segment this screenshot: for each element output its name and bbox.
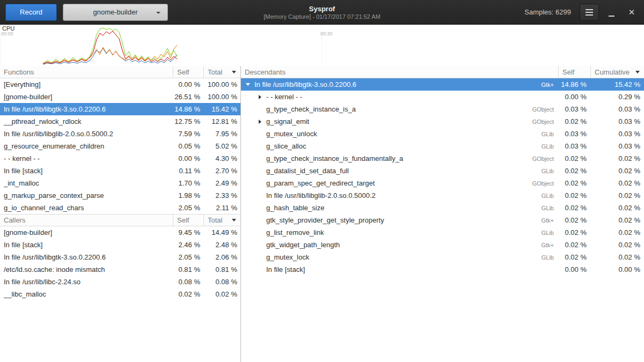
descendant-row[interactable]: In file [stack]0.00 %0.00 % <box>241 263 644 276</box>
self-percent-cell: 0.03 % <box>558 105 590 113</box>
self-percent-cell: 7.59 % <box>173 130 203 138</box>
function-name: g_param_spec_get_redirect_target <box>266 179 375 187</box>
self-percent-cell: 0.08 % <box>173 278 203 286</box>
function-row[interactable]: _int_malloc1.70 %2.49 % <box>0 177 240 189</box>
expander-slot <box>255 216 264 225</box>
self-percent-cell: 0.11 % <box>173 167 203 175</box>
function-row[interactable]: In file [stack]0.11 %2.70 % <box>0 165 240 177</box>
descendant-row[interactable]: g_datalist_id_set_data_fullGLib0.02 %0.0… <box>241 165 644 177</box>
library-badge: GLib <box>518 131 558 137</box>
descendant-row[interactable]: g_type_check_instance_is_fundamentally_a… <box>241 152 644 165</box>
process-selector-dropdown[interactable]: gnome-builder <box>63 4 168 21</box>
function-row[interactable]: g_resource_enumerate_children0.05 %5.02 … <box>0 140 240 152</box>
total-percent-cell: 0.08 % <box>203 278 240 286</box>
right-pane: Descendants Self Cumulative In file /usr… <box>241 66 644 362</box>
caller-row[interactable]: [gnome-builder]9.45 %14.49 % <box>0 226 240 239</box>
function-name-cell: In file /usr/lib/libgtk-3.so.0.2200.6 <box>0 105 173 113</box>
descendant-row[interactable]: gtk_style_provider_get_style_propertyGtk… <box>241 214 644 226</box>
column-header-functions[interactable]: Functions <box>0 66 173 78</box>
function-row[interactable]: [gnome-builder]26.51 %100.00 % <box>0 91 240 103</box>
caller-row[interactable]: In file /usr/lib/libc-2.24.so0.08 %0.08 … <box>0 276 240 288</box>
record-button[interactable]: Record <box>5 4 57 21</box>
column-header-callers[interactable]: Callers <box>0 215 173 226</box>
function-name: g_datalist_id_set_data_full <box>266 167 349 175</box>
caller-row[interactable]: __libc_malloc0.02 %0.02 % <box>0 288 240 300</box>
function-name: In file /usr/lib/libgtk-3.so.0.2200.6 <box>254 80 356 88</box>
expander-slot <box>255 241 264 249</box>
function-row[interactable]: g_markup_parse_context_parse1.98 %2.33 % <box>0 189 240 202</box>
self-percent-cell: 0.81 % <box>173 265 203 274</box>
caller-row[interactable]: /etc/ld.so.cache: inode mismatch0.81 %0.… <box>0 263 240 276</box>
cpu-usage-graph[interactable]: CPU 00:00 00:30 <box>0 25 644 66</box>
descendant-row[interactable]: g_list_remove_linkGLib0.02 %0.02 % <box>241 226 644 239</box>
descendant-row[interactable]: In file /usr/lib/libglib-2.0.so.0.5000.2… <box>241 189 644 202</box>
expander-slot <box>255 142 264 151</box>
function-name-cell: g_markup_parse_context_parse <box>0 191 173 200</box>
column-header-descendants[interactable]: Descendants <box>241 66 558 78</box>
self-percent-cell: 9.45 % <box>173 228 203 237</box>
descendant-row[interactable]: g_param_spec_get_redirect_targetGObject0… <box>241 177 644 189</box>
close-button[interactable]: ✕ <box>624 4 640 21</box>
minimize-button[interactable] <box>603 4 619 21</box>
expander-closed-icon[interactable] <box>255 117 264 126</box>
column-header-total[interactable]: Total <box>203 66 240 78</box>
total-percent-cell: 0.02 % <box>203 290 240 298</box>
self-percent-cell: 0.02 % <box>173 290 203 298</box>
self-percent-cell: 0.00 % <box>173 80 203 88</box>
self-percent-cell: 0.02 % <box>558 228 590 237</box>
self-percent-cell: 2.05 % <box>173 253 203 261</box>
library-badge: GLib <box>518 205 558 211</box>
library-badge: GLib <box>518 254 558 261</box>
descendant-row[interactable]: g_mutex_lockGLib0.02 %0.02 % <box>241 251 644 263</box>
expander-open-icon[interactable] <box>244 80 252 89</box>
column-header-cumulative[interactable]: Cumulative <box>590 66 644 78</box>
samples-count: Samples: 6299 <box>524 8 571 16</box>
cumulative-percent-cell: 0.03 % <box>590 117 644 125</box>
function-name-cell: __libc_malloc <box>0 290 173 298</box>
descendant-row[interactable]: g_signal_emitGObject0.02 %0.03 % <box>241 115 644 128</box>
function-name-cell: In file [stack] <box>0 241 173 249</box>
descendant-name-cell: In file /usr/lib/libglib-2.0.so.0.5000.2 <box>241 191 518 200</box>
function-name-cell: [gnome-builder] <box>0 228 173 237</box>
function-name: g_signal_emit <box>266 117 309 125</box>
function-row[interactable]: - - kernel - -0.00 %4.30 % <box>0 152 240 165</box>
caller-row[interactable]: In file /usr/lib/libgtk-3.so.0.2200.62.0… <box>0 251 240 263</box>
library-badge: GObject <box>518 156 558 162</box>
caller-row[interactable]: In file [stack]2.46 %2.48 % <box>0 239 240 251</box>
menu-button[interactable] <box>580 4 599 21</box>
self-percent-cell: 0.00 % <box>558 265 590 274</box>
cumulative-percent-cell: 15.42 % <box>590 80 644 88</box>
descendant-name-cell: g_mutex_unlock <box>241 130 518 138</box>
triangle-shape <box>259 120 261 124</box>
column-header-self[interactable]: Self <box>173 66 203 78</box>
callers-table: [gnome-builder]9.45 %14.49 %In file [sta… <box>0 226 240 300</box>
cumulative-percent-cell: 0.03 % <box>590 142 644 150</box>
headerbar-right: Samples: 6299 ✕ <box>524 4 640 21</box>
function-row[interactable]: g_io_channel_read_chars2.05 %2.11 % <box>0 202 240 214</box>
column-header-self[interactable]: Self <box>558 66 590 78</box>
self-percent-cell: 1.70 % <box>173 179 203 187</box>
descendant-row[interactable]: g_slice_allocGLib0.03 %0.03 % <box>241 140 644 152</box>
descendant-row[interactable]: In file /usr/lib/libgtk-3.so.0.2200.6Gtk… <box>241 78 644 91</box>
expander-slot <box>255 167 264 175</box>
descendant-row[interactable]: gtk_widget_path_lengthGtk+0.02 %0.02 % <box>241 239 644 251</box>
function-name: g_list_remove_link <box>266 228 324 237</box>
close-icon: ✕ <box>628 8 635 16</box>
descendant-row[interactable]: - - kernel - -0.00 %0.29 % <box>241 91 644 103</box>
function-row[interactable]: In file /usr/lib/libglib-2.0.so.0.5000.2… <box>0 128 240 140</box>
function-row[interactable]: [Everything]0.00 %100.00 % <box>0 78 240 91</box>
expander-closed-icon[interactable] <box>255 93 264 101</box>
cumulative-percent-cell: 0.02 % <box>590 253 644 261</box>
function-name-cell: [gnome-builder] <box>0 93 173 101</box>
column-header-self[interactable]: Self <box>173 215 203 226</box>
descendant-row[interactable]: g_type_check_instance_is_aGObject0.03 %0… <box>241 103 644 115</box>
total-percent-cell: 2.70 % <box>203 167 240 175</box>
column-header-total[interactable]: Total <box>203 215 240 226</box>
function-row[interactable]: __pthread_rwlock_rdlock12.75 %12.81 % <box>0 115 240 128</box>
descendants-table: In file /usr/lib/libgtk-3.so.0.2200.6Gtk… <box>241 78 644 276</box>
descendant-row[interactable]: g_mutex_unlockGLib0.03 %0.03 % <box>241 128 644 140</box>
cumulative-percent-cell: 0.02 % <box>590 228 644 237</box>
function-row[interactable]: In file /usr/lib/libgtk-3.so.0.2200.614.… <box>0 103 240 115</box>
descendant-row[interactable]: g_hash_table_sizeGLib0.02 %0.02 % <box>241 202 644 214</box>
function-name-cell: In file [stack] <box>0 167 173 175</box>
